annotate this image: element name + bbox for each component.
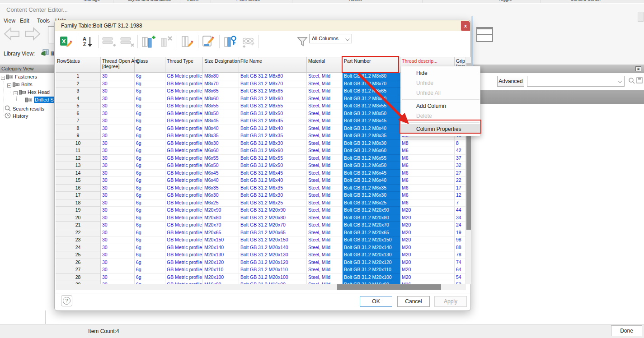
table-cell[interactable]: M20x100 (203, 274, 239, 282)
table-cell[interactable]: GB Metric profile (165, 73, 203, 80)
table-cell[interactable]: Bolt GB 31.2 M8x50 (343, 110, 400, 118)
row-number-cell[interactable]: 28 (56, 274, 101, 282)
table-cell[interactable]: Bolt GB 31.2 M20x120 (239, 259, 307, 267)
table-cell[interactable]: Steel, Mild (307, 140, 343, 148)
table-cell[interactable]: M20x150 (203, 236, 239, 244)
tree-item-search-results[interactable]: Search results (5, 105, 44, 112)
table-cell[interactable]: GB Metric profile (165, 207, 203, 214)
cancel-button[interactable]: Cancel (397, 296, 430, 307)
table-cell[interactable]: M6 (400, 147, 455, 155)
table-cell[interactable]: M6x40 (203, 177, 239, 185)
table-cell[interactable]: 6g (135, 132, 165, 140)
row-number-cell[interactable]: 10 (56, 140, 101, 148)
table-cell[interactable]: 30 (101, 229, 135, 237)
table-cell[interactable]: GB Metric profile (165, 88, 203, 95)
table-cell[interactable]: 30 (101, 170, 135, 177)
table-cell[interactable]: Steel, Mild (307, 251, 343, 259)
table-cell[interactable]: 6g (135, 110, 165, 118)
table-cell[interactable]: M8x35 (203, 132, 239, 140)
table-cell[interactable]: GB Metric profile (165, 259, 203, 267)
table-cell[interactable]: 98 (455, 236, 466, 244)
table-cell[interactable]: Steel, Mild (307, 177, 343, 185)
table-cell[interactable]: GB Metric profile (165, 110, 203, 118)
table-cell[interactable]: GB Metric profile (165, 162, 203, 170)
table-cell[interactable]: Steel, Mild (307, 88, 343, 95)
collapse-icon[interactable]: − (14, 91, 18, 95)
table-cell[interactable]: 88 (455, 244, 466, 252)
table-cell[interactable]: 30 (101, 236, 135, 244)
table-cell[interactable]: Bolt GB 31.2 M8x40 (343, 125, 400, 133)
panel-pin-icon[interactable]: ▣ (635, 66, 641, 71)
table-cell[interactable]: Bolt GB 31.2 M6x40 (239, 177, 307, 185)
save-search-icon[interactable] (636, 77, 643, 84)
table-cell[interactable]: Steel, Mild (307, 207, 343, 214)
table-cell[interactable]: Steel, Mild (307, 73, 343, 80)
column-header-thread-type[interactable]: Thread Type (165, 57, 203, 72)
table-cell[interactable]: Bolt GB 31.2 M8x60 (343, 95, 400, 103)
table-cell[interactable]: 30 (101, 222, 135, 229)
table-cell[interactable]: 6g (135, 274, 165, 282)
row-number-cell[interactable]: 5 (56, 102, 101, 110)
help-button[interactable]: ? (61, 295, 72, 306)
table-cell[interactable]: 30 (101, 274, 135, 282)
table-cell[interactable]: 27 (455, 170, 466, 177)
column-header-thread-open-ang[interactable]: Thread Open Ang[degree] (101, 57, 135, 72)
table-cell[interactable]: Bolt GB 31.2 M8x50 (239, 110, 307, 118)
table-cell[interactable]: Steel, Mild (307, 214, 343, 222)
tree-item-drilled[interactable]: Drilled S (25, 97, 55, 104)
table-cell[interactable]: 30 (101, 140, 135, 148)
table-cell[interactable]: Bolt GB 31.2 M20x70 (239, 222, 307, 229)
table-cell[interactable]: GB Metric profile (165, 266, 203, 274)
table-cell[interactable]: Bolt GB 31.2 M20x65 (343, 229, 400, 237)
table-cell[interactable]: Bolt GB 31.2 M20x110 (343, 266, 400, 274)
table-cell[interactable]: Steel, Mild (307, 236, 343, 244)
table-cell[interactable]: M20 (400, 251, 455, 259)
horizontal-scrollbar[interactable] (56, 284, 466, 290)
table-cell[interactable]: 37 (455, 155, 466, 162)
forward-arrow-icon[interactable] (24, 27, 41, 41)
table-cell[interactable]: 6g (135, 95, 165, 103)
row-number-cell[interactable]: 4 (56, 95, 101, 103)
horizontal-scrollbar-thumb[interactable] (337, 284, 441, 290)
table-cell[interactable]: 6g (135, 125, 165, 133)
table-cell[interactable]: Steel, Mild (307, 155, 343, 162)
table-cell[interactable]: 30 (101, 147, 135, 155)
row-number-cell[interactable]: 2 (56, 80, 101, 88)
table-cell[interactable]: Bolt GB 31.2 M8x30 (239, 140, 307, 148)
table-cell[interactable]: 30 (101, 88, 135, 95)
row-number-cell[interactable]: 27 (56, 266, 101, 274)
collapse-icon[interactable]: − (7, 83, 11, 88)
table-cell[interactable]: GB Metric profile (165, 147, 203, 155)
table-cell[interactable]: 6g (135, 229, 165, 237)
table-cell[interactable]: Bolt GB 31.2 M8x65 (239, 88, 307, 95)
table-cell[interactable]: Steel, Mild (307, 229, 343, 237)
table-cell[interactable]: 6g (135, 192, 165, 199)
table-cell[interactable]: GB Metric profile (165, 155, 203, 162)
table-cell[interactable]: GB Metric profile (165, 199, 203, 207)
table-cell[interactable]: M6 (400, 155, 455, 162)
table-cell[interactable]: 30 (101, 185, 135, 192)
table-cell[interactable]: Steel, Mild (307, 185, 343, 192)
table-cell[interactable]: 30 (101, 110, 135, 118)
table-cell[interactable]: M20x120 (203, 259, 239, 267)
table-cell[interactable]: Bolt GB 31.2 M20x100 (343, 274, 400, 282)
table-cell[interactable]: 30 (101, 162, 135, 170)
table-cell[interactable]: Steel, Mild (307, 222, 343, 229)
table-cell[interactable]: 6g (135, 170, 165, 177)
table-cell[interactable]: 6g (135, 251, 165, 259)
table-cell[interactable]: M20 (400, 214, 455, 222)
row-number-cell[interactable]: 17 (56, 192, 101, 199)
table-cell[interactable]: Bolt GB 31.2 M6x35 (239, 185, 307, 192)
row-number-cell[interactable]: 19 (56, 207, 101, 214)
table-cell[interactable]: 6g (135, 214, 165, 222)
row-number-cell[interactable]: 9 (56, 132, 101, 140)
table-cell[interactable]: 44 (455, 207, 466, 214)
table-cell[interactable]: Steel, Mild (307, 244, 343, 252)
table-cell[interactable]: Bolt GB 31.2 M20x90 (239, 207, 307, 214)
vertical-scrollbar-thumb[interactable] (466, 132, 471, 230)
row-number-cell[interactable]: 1 (56, 73, 101, 80)
table-cell[interactable]: 30 (101, 102, 135, 110)
table-cell[interactable]: 6g (135, 236, 165, 244)
table-cell[interactable]: 30 (101, 117, 135, 125)
menu-tools[interactable]: Tools (37, 18, 50, 24)
